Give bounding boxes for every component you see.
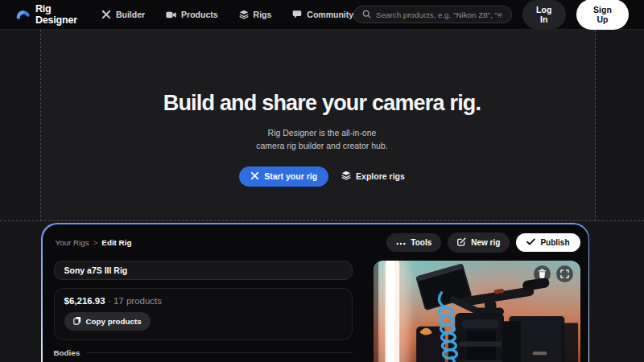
start-your-rig-button[interactable]: Start your rig (239, 167, 328, 187)
nav-right-group: Log In Sign Up (353, 0, 629, 30)
breadcrumb: Your Rigs > Edit Rig (54, 238, 132, 247)
new-rig-button[interactable]: New rig (448, 232, 510, 253)
rig-price-line: $6,216.93 · 17 products (64, 296, 342, 306)
nav-item-label: Products (181, 10, 218, 19)
breadcrumb-your-rigs[interactable]: Your Rigs (56, 238, 89, 247)
hero-subtitle: Rig Designer is the all-in-one camera ri… (0, 126, 644, 153)
publish-button[interactable]: Publish (516, 233, 580, 252)
signup-button[interactable]: Sign Up (576, 0, 629, 30)
editor-header: Your Rigs > Edit Rig Tools (54, 232, 580, 253)
search-input[interactable] (376, 10, 503, 19)
copy-products-label: Copy products (86, 317, 142, 326)
bodies-section-header: Bodies (54, 348, 353, 357)
tools-button[interactable]: Tools (386, 233, 441, 252)
rig-name-input[interactable] (54, 261, 353, 280)
rig-photo-panel (374, 261, 580, 362)
nav-item-community[interactable]: Community (292, 10, 353, 19)
ellipsis-icon (396, 238, 406, 247)
trash-icon (538, 269, 547, 278)
hero-section: Build and share your camera rig. Rig Des… (0, 30, 644, 187)
builder-tools-icon (101, 10, 111, 19)
price-separator: · (108, 296, 111, 306)
hero-title: Build and share your camera rig. (0, 91, 644, 116)
photo-expand-button[interactable] (556, 265, 573, 282)
explore-rigs-label: Explore rigs (356, 171, 405, 181)
checkmark-icon (526, 238, 535, 247)
nav-item-rigs[interactable]: Rigs (239, 10, 272, 19)
explore-rigs-button[interactable]: Explore rigs (341, 171, 405, 182)
nav-menu: Builder Products Rigs (101, 10, 353, 19)
start-your-rig-label: Start your rig (264, 171, 317, 181)
copy-icon (73, 316, 81, 327)
tools-label: Tools (411, 238, 431, 247)
nav-item-label: Community (307, 10, 353, 19)
crossed-tools-icon (250, 171, 259, 182)
pencil-square-icon (457, 237, 466, 248)
nav-item-builder[interactable]: Builder (101, 10, 145, 19)
publish-label: Publish (540, 238, 569, 247)
photo-overlay-actions (534, 265, 573, 282)
rig-editor-card: Your Rigs > Edit Rig Tools (41, 223, 589, 362)
top-navbar: Rig Designer Builder Products (0, 0, 644, 30)
layers-icon (239, 10, 249, 19)
layers-icon (341, 171, 351, 182)
login-button[interactable]: Log In (522, 0, 566, 29)
nav-item-products[interactable]: Products (166, 10, 218, 19)
nav-item-label: Rigs (254, 10, 272, 19)
rig-summary-panel: $6,216.93 · 17 products Copy products (54, 288, 353, 340)
search-icon (362, 7, 371, 22)
horizontal-guide-line (0, 220, 644, 221)
search-bar[interactable] (353, 6, 512, 23)
new-rig-label: New rig (471, 238, 500, 247)
fullscreen-icon (560, 269, 569, 278)
nav-item-label: Builder (116, 10, 145, 19)
rig-product-count: 17 products (114, 296, 162, 306)
hero-subtitle-line2: camera rig builder and creator hub. (0, 139, 644, 152)
rig-total-price: $6,216.93 (64, 296, 105, 306)
chat-bubble-icon (292, 10, 302, 19)
video-camera-icon (166, 10, 176, 19)
section-divider (87, 352, 352, 353)
hero-subtitle-line1: Rig Designer is the all-in-one (0, 126, 644, 139)
rig-designer-logo-icon (16, 7, 30, 23)
bodies-section-title: Bodies (54, 348, 80, 357)
breadcrumb-edit-rig: Edit Rig (101, 238, 131, 247)
rig-details-panel: $6,216.93 · 17 products Copy products (54, 261, 353, 362)
brand-name: Rig Designer (35, 3, 77, 26)
brand-logo[interactable]: Rig Designer (16, 3, 77, 26)
copy-products-button[interactable]: Copy products (64, 312, 151, 331)
hero-cta-group: Start your rig Explore rigs (0, 167, 644, 187)
photo-delete-button[interactable] (534, 265, 551, 282)
editor-toolbar: Tools New rig (386, 232, 580, 253)
rig-photo (374, 261, 580, 362)
breadcrumb-separator: > (93, 238, 98, 247)
